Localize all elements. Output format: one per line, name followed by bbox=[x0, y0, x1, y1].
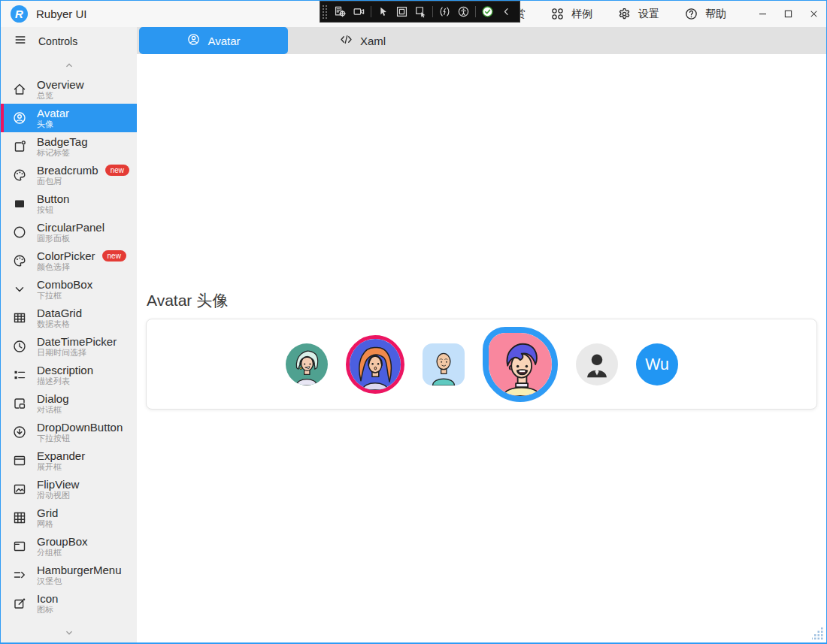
minimize-button[interactable] bbox=[750, 1, 775, 27]
sidebar-item-label: Avatar bbox=[37, 107, 69, 119]
grid-icon bbox=[12, 510, 27, 525]
sidebar-item-expander[interactable]: Expander展开框 bbox=[1, 446, 137, 475]
sidebar-item-grid[interactable]: Grid网格 bbox=[1, 503, 137, 532]
sidebar-item-avatar[interactable]: Avatar头像 bbox=[1, 104, 137, 132]
palette-icon bbox=[12, 168, 27, 183]
toolbar-separator bbox=[371, 6, 371, 17]
selection-accent bbox=[1, 589, 4, 618]
badge-tag-icon bbox=[12, 139, 27, 154]
selection-accent bbox=[1, 304, 4, 332]
titlebar-menu-help[interactable]: 帮助 bbox=[677, 1, 733, 27]
sidebar-item-label: BadgeTag bbox=[37, 135, 88, 148]
resize-grip[interactable] bbox=[812, 627, 824, 639]
sidebar-item-label: Icon bbox=[37, 592, 58, 605]
selection-accent bbox=[1, 161, 4, 189]
sidebar-item-hamburgermenu[interactable]: HamburgerMenu汉堡包 bbox=[1, 561, 137, 589]
sidebar-item-sublabel: 面包屑 bbox=[37, 177, 129, 186]
accessibility-checker-icon[interactable] bbox=[454, 4, 473, 20]
selection-accent bbox=[1, 446, 4, 475]
titlebar-menu-samples[interactable]: 样例 bbox=[543, 1, 599, 27]
display-adornments-icon[interactable] bbox=[392, 4, 411, 20]
sidebar-item-label: ColorPicker bbox=[37, 249, 95, 262]
sidebar-item-sublabel: 圆形面板 bbox=[37, 234, 105, 243]
sidebar-item-sublabel: 滑动视图 bbox=[37, 491, 79, 500]
content: Avatar 头像 Wu bbox=[137, 54, 826, 642]
icon-pen-icon bbox=[12, 596, 27, 611]
selection-accent bbox=[1, 132, 4, 161]
sidebar-title: Controls bbox=[38, 35, 77, 47]
selection-accent bbox=[1, 503, 4, 532]
sidebar-item-sublabel: 总览 bbox=[37, 91, 84, 101]
tab-avatar[interactable]: Avatar bbox=[139, 27, 288, 54]
sidebar-item-sublabel: 图标 bbox=[37, 605, 58, 615]
avatar-demo-initials: Wu bbox=[636, 343, 678, 385]
sidebar-item-combobox[interactable]: ComboBox下拉框 bbox=[1, 275, 137, 304]
datagrid-icon bbox=[12, 310, 27, 325]
sidebar-item-sublabel: 数据表格 bbox=[37, 319, 82, 329]
sidebar: Controls Overview总览Avatar头像BadgeTag标记标签B… bbox=[1, 27, 137, 642]
clock-icon bbox=[12, 339, 27, 354]
sidebar-item-sublabel: 分组框 bbox=[37, 548, 88, 558]
sidebar-item-badgetag[interactable]: BadgeTag标记标签 bbox=[1, 132, 137, 161]
sidebar-item-label: Expander bbox=[37, 449, 85, 462]
hot-reload-icon[interactable] bbox=[435, 4, 454, 20]
sidebar-item-button[interactable]: Button按钮 bbox=[1, 189, 137, 218]
sidebar-item-dropdownbutton[interactable]: DropDownButton下拉按钮 bbox=[1, 418, 137, 446]
menu-label: 帮助 bbox=[705, 8, 726, 21]
avatar-demo-bald-man bbox=[423, 343, 465, 385]
titlebar-menu-settings-gear[interactable]: 设置 bbox=[610, 1, 666, 27]
sidebar-item-circularpanel[interactable]: CircularPanel圆形面板 bbox=[1, 218, 137, 246]
toolbar-separator bbox=[475, 6, 476, 17]
sidebar-item-groupbox[interactable]: GroupBox分组框 bbox=[1, 532, 137, 561]
hamburger-icon[interactable] bbox=[14, 33, 27, 49]
live-visual-tree-icon[interactable] bbox=[331, 4, 350, 20]
sidebar-item-datagrid[interactable]: DataGrid数据表格 bbox=[1, 304, 137, 332]
app-body: Controls Overview总览Avatar头像BadgeTag标记标签B… bbox=[1, 27, 826, 642]
sidebar-item-icon[interactable]: Icon图标 bbox=[1, 589, 137, 618]
selection-accent bbox=[1, 389, 4, 418]
palette-icon bbox=[12, 253, 27, 268]
sidebar-item-label: GroupBox bbox=[37, 535, 88, 548]
sidebar-item-datetimepicker[interactable]: DateTimePicker日期时间选择 bbox=[1, 332, 137, 361]
avatar-demo-woman-wavy bbox=[346, 335, 404, 394]
sidebar-item-breadcrumb[interactable]: Breadcrumbnew面包屑 bbox=[1, 161, 137, 189]
sidebar-item-sublabel: 标记标签 bbox=[37, 148, 88, 158]
sidebar-item-label: Breadcrumb bbox=[37, 164, 98, 177]
dropdown-circle-icon bbox=[12, 425, 27, 440]
settings-gear-icon bbox=[616, 7, 632, 22]
avatar-demo-placeholder bbox=[576, 343, 618, 385]
window-controls bbox=[750, 1, 826, 27]
tab-label: Xaml bbox=[360, 35, 386, 47]
collapse-toolbar-icon[interactable] bbox=[497, 4, 516, 20]
debug-toolbar bbox=[320, 1, 520, 23]
sidebar-item-description[interactable]: Description描述列表 bbox=[1, 361, 137, 389]
hot-reload-status-icon[interactable] bbox=[478, 4, 497, 20]
avatar-icon bbox=[186, 32, 201, 49]
sidebar-item-flipview[interactable]: FlipView滑动视图 bbox=[1, 475, 137, 503]
avatar-demo-card: Wu bbox=[146, 319, 817, 410]
description-list-icon bbox=[12, 367, 27, 382]
samples-icon bbox=[550, 7, 565, 22]
svg-text:Wu: Wu bbox=[645, 355, 669, 373]
record-video-icon[interactable] bbox=[350, 4, 368, 20]
track-element-icon[interactable] bbox=[411, 4, 430, 20]
tab-bar: AvatarXaml bbox=[137, 27, 826, 54]
titlebar: R Rubyer UI ¥打赏样例设置帮助 bbox=[1, 1, 826, 27]
scroll-up-icon[interactable] bbox=[1, 55, 137, 75]
sidebar-item-sublabel: 颜色选择 bbox=[37, 262, 126, 272]
sidebar-item-colorpicker[interactable]: ColorPickernew颜色选择 bbox=[1, 246, 137, 275]
tab-xaml[interactable]: Xaml bbox=[288, 27, 437, 54]
sidebar-item-label: Button bbox=[37, 192, 69, 205]
sidebar-item-label: DropDownButton bbox=[37, 421, 123, 434]
close-button[interactable] bbox=[801, 1, 826, 27]
avatar-demo-man-quiff bbox=[483, 327, 558, 402]
select-element-icon[interactable] bbox=[374, 4, 392, 20]
sidebar-item-dialog[interactable]: Dialog对话框 bbox=[1, 389, 137, 418]
sidebar-item-label: HamburgerMenu bbox=[37, 564, 122, 576]
scroll-down-icon[interactable] bbox=[1, 622, 137, 642]
maximize-button[interactable] bbox=[775, 1, 801, 27]
sidebar-item-overview[interactable]: Overview总览 bbox=[1, 75, 137, 104]
toolbar-grip-icon[interactable] bbox=[322, 5, 329, 20]
groupbox-icon bbox=[12, 539, 27, 554]
selection-accent bbox=[1, 104, 4, 132]
